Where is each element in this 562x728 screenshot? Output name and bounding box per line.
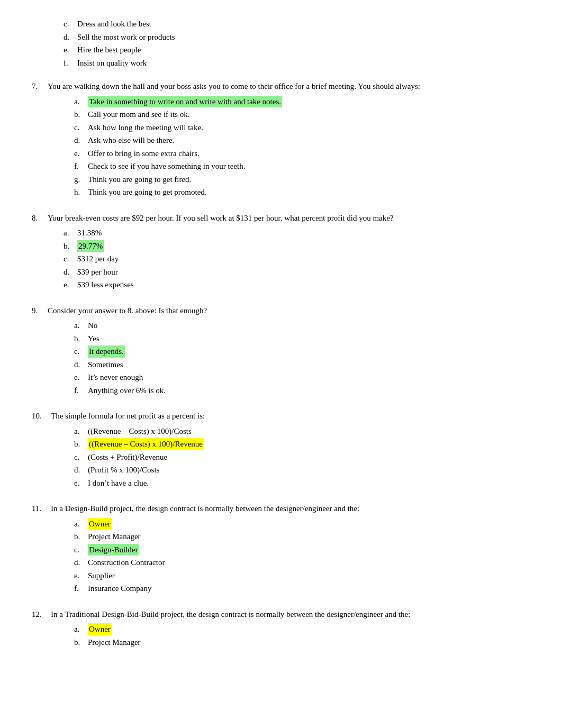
question-body: In a Traditional Design-Bid-Build projec…: [51, 610, 410, 618]
option-letter: a.: [74, 320, 85, 332]
option-text: No: [88, 320, 97, 332]
question-10-options: a. ((Revenue – Costs) x 100)/Costs b. ((…: [32, 425, 530, 489]
option-text: $39 less expenses: [77, 279, 134, 291]
list-item: f. Insurance Company: [74, 583, 530, 595]
option-letter: g.: [74, 174, 85, 186]
option-letter: a.: [74, 96, 85, 108]
option-letter: c.: [64, 18, 74, 30]
question-11-options: a. Owner b. Project Manager c. Design-Bu…: [32, 518, 530, 595]
option-text: Design-Builder: [88, 544, 139, 556]
list-item: a. ((Revenue – Costs) x 100)/Costs: [74, 425, 530, 438]
question-12-text: 12. In a Traditional Design-Bid-Build pr…: [32, 608, 530, 621]
option-letter: e.: [74, 570, 85, 582]
option-text: Sell the most work or products: [77, 31, 175, 43]
option-text: Sometimes: [88, 359, 123, 371]
question-11-block: 11. In a Design-Build project, the desig…: [32, 503, 530, 595]
list-item: d. Construction Contractor: [74, 557, 530, 569]
option-text: Think you are going to get promoted.: [88, 186, 207, 198]
option-letter: f.: [74, 583, 85, 595]
option-letter: d.: [64, 31, 74, 43]
option-text: Think you are going to get fired.: [88, 174, 191, 186]
option-letter: c.: [74, 544, 85, 556]
option-text: $39 per hour: [77, 266, 118, 278]
option-letter: d.: [64, 266, 74, 278]
list-item: b. Project Manager: [74, 531, 530, 543]
question-number: 12.: [32, 608, 48, 621]
option-text: 29.77%: [77, 240, 104, 252]
option-letter: b.: [74, 333, 85, 345]
option-text: Project Manager: [88, 636, 141, 649]
option-letter: e.: [64, 44, 74, 56]
list-item: b. 29.77%: [64, 240, 530, 252]
option-text: (Costs + Profit)/Revenue: [88, 451, 167, 463]
question-body: You are walking down the hall and your b…: [48, 80, 420, 93]
list-item: b. Project Manager: [74, 636, 530, 649]
option-letter: d.: [74, 464, 85, 476]
option-letter: b.: [74, 108, 85, 121]
option-letter: e.: [74, 148, 85, 160]
list-item: g. Think you are going to get fired.: [74, 174, 530, 186]
question-number: 9.: [32, 305, 44, 317]
option-text: Supplier: [88, 570, 115, 582]
option-letter: f.: [74, 385, 85, 397]
list-item: a. No: [74, 320, 530, 332]
option-text: ((Revenue – Costs) x 100)/Revenue: [88, 438, 204, 450]
list-item: d. Sometimes: [74, 359, 530, 371]
list-item: e. Hire the best people: [64, 44, 530, 56]
option-letter: e.: [64, 279, 74, 291]
list-item: f. Insist on quality work: [64, 57, 530, 69]
option-text: It depends.: [88, 345, 125, 358]
option-text: Owner: [88, 623, 112, 635]
list-item: b. Call your mom and see if its ok.: [74, 108, 530, 121]
option-text: Offer to bring in some extra chairs.: [88, 148, 200, 160]
option-text: $312 per day: [77, 253, 119, 265]
option-text: Hire the best people: [77, 44, 141, 56]
option-text: Owner: [88, 518, 112, 530]
option-letter: c.: [74, 451, 85, 463]
list-item: a. 31.38%: [64, 227, 530, 239]
option-letter: c.: [74, 122, 85, 134]
option-letter: a.: [74, 518, 85, 530]
list-item: e. Supplier: [74, 570, 530, 582]
list-item: d. $39 per hour: [64, 266, 530, 278]
list-item: b. ((Revenue – Costs) x 100)/Revenue: [74, 438, 530, 450]
option-text: Check to see if you have something in yo…: [88, 160, 245, 172]
option-letter: a.: [74, 623, 85, 635]
list-item: a. Owner: [74, 518, 530, 530]
list-item: a. Take in something to write on and wri…: [74, 96, 530, 108]
option-letter: e.: [74, 477, 85, 489]
question-body: In a Design-Build project, the design co…: [51, 503, 359, 515]
option-text: Take in something to write on and write …: [88, 96, 282, 108]
option-letter: b.: [74, 531, 85, 543]
list-item: a. Owner: [74, 623, 530, 635]
option-letter: b.: [74, 438, 85, 450]
question-10-text: 10. The simple formula for net profit as…: [32, 410, 530, 422]
option-text: 31.38%: [77, 227, 102, 239]
list-item: e. $39 less expenses: [64, 279, 530, 291]
question-7-text: 7. You are walking down the hall and you…: [32, 80, 530, 93]
question-8-options: a. 31.38% b. 29.77% c. $312 per day d. $…: [32, 227, 530, 291]
list-item: h. Think you are going to get promoted.: [74, 186, 530, 198]
option-letter: f.: [74, 160, 85, 172]
option-text: It’s never enough: [88, 371, 143, 384]
question-12-block: 12. In a Traditional Design-Bid-Build pr…: [32, 608, 530, 649]
list-item: c. It depends.: [74, 345, 530, 358]
option-letter: c.: [74, 345, 85, 358]
question-body-wrap: In a Traditional Design-Bid-Build projec…: [51, 608, 410, 621]
list-item: f. Anything over 6% is ok.: [74, 385, 530, 397]
option-letter: d.: [74, 134, 85, 147]
question-9-options: a. No b. Yes c. It depends. d. Sometimes…: [32, 320, 530, 396]
question-8-block: 8. Your break-even costs are $92 per hou…: [32, 212, 530, 291]
list-item: d. (Profit % x 100)/Costs: [74, 464, 530, 476]
option-text: I don’t have a clue.: [88, 477, 149, 489]
list-item: c. Design-Builder: [74, 544, 530, 556]
list-item: d. Ask who else will be there.: [74, 134, 530, 147]
question-12-options: a. Owner b. Project Manager: [32, 623, 530, 648]
question-11-text: 11. In a Design-Build project, the desig…: [32, 503, 530, 515]
option-letter: c.: [64, 253, 74, 265]
list-item: b. Yes: [74, 333, 530, 345]
question-body: Your break-even costs are $92 per hour. …: [48, 212, 394, 224]
list-item: d. Sell the most work or products: [64, 31, 530, 43]
option-text: Ask how long the meeting will take.: [88, 122, 203, 134]
option-text: Insurance Company: [88, 583, 151, 595]
